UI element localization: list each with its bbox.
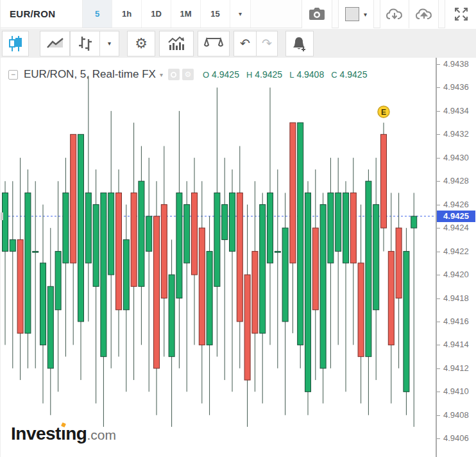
redo-button[interactable]: ↷ [257,31,278,56]
candle-body [275,252,280,253]
chart-style-swatch-icon [345,7,359,21]
candle-body [146,216,152,252]
add-alert-button[interactable] [285,31,314,56]
axis-tick [437,438,440,439]
style-dropdown-button[interactable]: ▾ [100,31,119,56]
axis-tick [437,345,440,345]
candle-body [298,123,303,345]
candle-body [3,193,8,251]
axis-tick [437,322,440,322]
candle-body [366,181,371,356]
candlestick-style-button[interactable] [2,31,29,56]
chevron-down-icon: ▾ [364,11,367,18]
collapse-legend-button[interactable]: − [8,70,18,80]
high-value: 4.9425 [255,69,282,80]
save-chart-button[interactable] [409,0,439,28]
axis-tick-label: 4.9430 [443,153,469,162]
axis-tick [437,158,440,159]
candle-body [55,252,61,310]
low-value: 4.9408 [296,69,324,80]
close-value: 4.9425 [340,69,368,80]
axis-tick [437,415,440,416]
investing-logo[interactable]: Investıng.com [11,424,116,444]
logo-text: Investıng [11,424,87,444]
candle-body [290,123,296,263]
candle-body [17,239,23,333]
axis-tick-label: 4.9414 [443,340,469,349]
chevron-down-icon: ▾ [160,71,163,78]
candle-body [230,193,235,251]
candle-body [108,193,114,275]
circle-icon [170,71,177,78]
candle-body [154,216,160,368]
candle-body [101,193,106,356]
candle-body [192,193,198,275]
snapshot-button[interactable] [302,0,332,28]
interval-button-5[interactable]: 5 [83,0,112,28]
candle-body [93,205,99,287]
candle-body [139,181,144,286]
indicators-icon [167,36,186,51]
trading-chart-widget: EUR/RON 51h1D1M15 ▾ ▾ [0,0,476,457]
chart-style-button[interactable]: ▾ [338,0,374,28]
hollow-circle-button[interactable] [168,69,180,80]
camera-icon [309,7,325,21]
area-style-button[interactable] [40,31,70,56]
load-chart-button[interactable] [380,0,409,28]
candle-body [207,252,212,345]
candle-body [237,193,242,321]
candle-body [199,228,205,345]
interval-button-1D[interactable]: 1D [142,0,171,28]
undo-button[interactable]: ↶ [234,31,257,56]
symbol-button[interactable]: EUR/RON [1,0,83,28]
axis-tick-label: 4.9426 [443,200,469,209]
open-value: 4.9425 [212,69,239,80]
candle-body [33,252,38,253]
indicators-button[interactable] [159,31,194,56]
fullscreen-icon [454,6,469,22]
high-label: H [246,70,252,80]
logo-suffix: .com [87,427,116,443]
chart-canvas[interactable]: E [1,58,436,457]
chart-legend: − EUR/RON, 5, Real-time FX ▾ ⚙ O4.9425 H… [8,66,374,83]
axis-tick-label: 4.9418 [443,293,469,303]
candle-body [161,205,167,298]
series-settings-button[interactable]: ⚙ [182,69,194,80]
axis-tick [437,392,440,392]
legend-title[interactable]: EUR/RON, 5, Real-time FX [24,68,156,81]
interval-button-1M[interactable]: 1M [171,0,201,28]
axis-tick [437,111,440,112]
candle-body [358,263,364,357]
chevron-down-icon: ▾ [108,40,111,47]
fullscreen-button[interactable] [445,0,476,28]
gear-icon: ⚙ [135,37,148,51]
interval-dropdown-button[interactable]: ▾ [230,0,251,28]
compare-button[interactable] [198,31,230,56]
candle-body [282,228,288,322]
close-label: C [331,70,337,80]
chevron-down-icon: ▾ [239,10,242,17]
candle-body [85,193,91,263]
candle-body [343,193,349,263]
candle-body [260,205,266,333]
candle-body [404,252,409,392]
ohlc-values: O4.9425 H4.9425 L4.9408 C4.9425 [203,69,374,80]
cloud-download-icon [385,7,404,21]
candlestick-chart: E [1,58,436,457]
chart-toolbar: ▾ ⚙ [1,29,476,58]
interval-button-15[interactable]: 15 [201,0,230,28]
axis-tick-label: 4.9436 [443,82,469,92]
interval-button-1h[interactable]: 1h [112,0,142,28]
price-axis[interactable]: 4.94384.94364.94344.94324.94304.94284.94… [436,58,476,457]
candle-body [396,228,402,298]
axis-tick-label: 4.9406 [443,433,469,443]
candle-body [184,205,190,263]
axis-tick [437,252,440,252]
candle-body [350,193,356,263]
candle-body [411,216,417,228]
candle-body [244,275,250,380]
candle-body [214,193,220,286]
bars-style-button[interactable] [70,31,100,56]
chart-settings-button[interactable]: ⚙ [127,31,155,56]
axis-tick [437,368,440,369]
